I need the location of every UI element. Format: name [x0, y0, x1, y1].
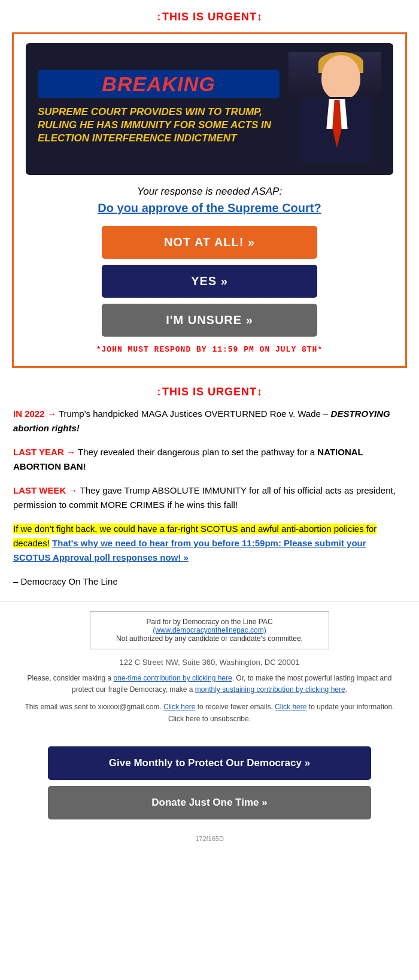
footer-paid-text: Paid for by Democracy on the Line PAC [146, 618, 272, 626]
para2-prefix: LAST YEAR → [13, 447, 78, 457]
body-content: IN 2022 → Trump's handpicked MAGA Justic… [0, 407, 419, 589]
cta-buttons-section: Give Monthly to Protect Our Democracy » … [0, 746, 419, 831]
footer-email-text: This email was sent to xxxxxx@gmail.com. [25, 703, 161, 711]
para3-prefix: LAST WEEK → [13, 485, 80, 495]
not-at-all-button[interactable]: NOT AT ALL! » [102, 226, 317, 259]
urgent-header-top: ↕THIS IS URGENT↕ [0, 0, 419, 29]
breaking-headline: SUPREME COURT PROVIDES WIN TO TRUMP, RUL… [38, 105, 280, 145]
footer-one-time-link[interactable]: one-time contribution by clicking here [114, 674, 232, 682]
footer-fewer-text: to receive fewer emails. [195, 703, 272, 711]
donate-one-time-button[interactable]: Donate Just One Time » [48, 786, 371, 819]
unsure-button[interactable]: I'M UNSURE » [102, 304, 317, 337]
deadline-text: *JOHN MUST RESPOND BY 11:59 PM ON JULY 8… [26, 345, 393, 354]
footer-contribution-end: . [345, 685, 347, 694]
breaking-text-column: BREAKING SUPREME COURT PROVIDES WIN TO T… [38, 52, 286, 163]
para1-text: Trump's handpicked MAGA Justices OVERTUR… [59, 409, 331, 419]
footer-fewer-link[interactable]: Click here [163, 703, 195, 711]
footer-address: 122 C Street NW, Suite 360, Washington, … [24, 658, 395, 667]
paragraph-1: IN 2022 → Trump's handpicked MAGA Justic… [13, 407, 406, 435]
approve-question-link[interactable]: Do you approve of the Supreme Court? [26, 201, 393, 215]
breaking-banner: BREAKING SUPREME COURT PROVIDES WIN TO T… [26, 43, 393, 175]
para4-link[interactable]: That's why we need to hear from you befo… [13, 538, 366, 562]
urgent-header-second-text: ↕THIS IS URGENT↕ [156, 386, 263, 398]
breaking-label: BREAKING [38, 70, 280, 98]
footer-not-authorized: Not authorized by any candidate or candi… [116, 634, 303, 643]
footer-unsubscribe: This email was sent to xxxxxx@gmail.com.… [24, 701, 395, 724]
para2-text: They revealed their dangerous plan to se… [78, 447, 317, 457]
footer-contribution: Please, consider making a one-time contr… [24, 673, 395, 695]
urgent-header-second: ↕THIS IS URGENT↕ [0, 380, 419, 407]
trump-figure [292, 52, 381, 163]
paragraph-2: LAST YEAR → They revealed their dangerou… [13, 445, 406, 474]
give-monthly-button[interactable]: Give Monthly to Protect Our Democracy » [48, 746, 371, 780]
main-content-box: BREAKING SUPREME COURT PROVIDES WIN TO T… [12, 32, 407, 368]
page-wrapper: ↕THIS IS URGENT↕ BREAKING SUPREME COURT … [0, 0, 419, 851]
footer-update-link[interactable]: Click here [275, 703, 306, 711]
paragraph-4: If we don't fight back, we could have a … [13, 522, 406, 565]
response-text: Your response is needed ASAP: [26, 186, 393, 198]
footer-contribution-text: Please, consider making a [28, 674, 114, 682]
urgent-header-top-text: ↕THIS IS URGENT↕ [156, 11, 263, 23]
footer-divider [0, 601, 419, 601]
signature: – Democracy On The Line [13, 574, 406, 589]
yes-button[interactable]: YES » [102, 265, 317, 298]
footer-section: Paid for by Democracy on the Line PAC (w… [0, 611, 419, 746]
trump-image [289, 52, 381, 163]
trump-image-column [286, 52, 381, 163]
tracking-id: 172f165D [0, 831, 419, 851]
para1-prefix: IN 2022 → [13, 409, 59, 419]
footer-monthly-link[interactable]: monthly sustaining contribution by click… [195, 685, 345, 694]
trump-head [321, 55, 360, 100]
footer-paid-box: Paid for by Democracy on the Line PAC (w… [90, 611, 329, 649]
footer-website-link[interactable]: (www.democracyonthelinepac.com) [153, 626, 266, 634]
paragraph-3: LAST WEEK → They gave Trump ABSOLUTE IMM… [13, 483, 406, 512]
